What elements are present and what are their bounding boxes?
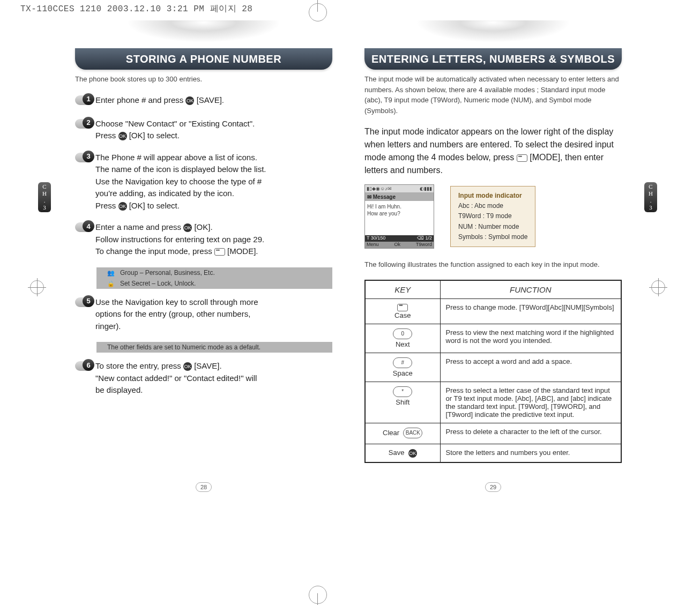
step-number-5: 5 [83, 295, 94, 307]
pound-key-icon: # [393, 357, 412, 368]
crop-mark-top [0, 0, 700, 12]
key-label-save: Save [389, 449, 405, 457]
step-3-l5b: [OK] to select. [129, 201, 180, 210]
side-tab-right: CH.3 [644, 182, 657, 212]
back-key-icon: BACK [403, 428, 422, 438]
key-label-clear: Clear [383, 429, 399, 437]
step-6-l1b: [SAVE]. [194, 361, 221, 370]
phone-footer-b-right: T9word [416, 242, 432, 248]
note-numeric-default: The other fields are set to Numeric mode… [107, 343, 260, 351]
step-4-notes: 👥Group – Personal, Business, Etc. 🔒Set S… [96, 267, 332, 289]
step-number-2: 2 [83, 117, 94, 129]
key-label-case: Case [394, 311, 411, 319]
th-key: KEY [365, 280, 440, 299]
step-5-l1: Use the Navigation key to scroll through… [95, 297, 258, 307]
left-intro: The phone book stores up to 300 entries. [75, 74, 332, 85]
table-row: Clear BACK Press to delete a character t… [365, 423, 621, 444]
step-6-l2: "New contact added!" or "Contact edited!… [95, 374, 257, 383]
ok-icon: OK [185, 96, 194, 105]
section-title-left: STORING A PHONE NUMBER [75, 48, 332, 70]
fn-case: Press to change mode. [T9Word][Abc][NUM]… [440, 298, 621, 324]
indicator-abc: Abc : Abc mode [458, 201, 527, 211]
ok-icon: OK [118, 202, 127, 211]
phone-figure: ▮▯◆◉☺♪✉◐▮▮▮ ✉ Message Hi! I am Huhn. How… [364, 184, 622, 249]
ok-icon: OK [183, 223, 192, 232]
phone-msg-line1: Hi! I am Huhn. [367, 204, 401, 210]
step-number-4: 4 [83, 220, 94, 232]
phone-window-title: ✉ Message [365, 192, 434, 201]
softkey-icon [397, 304, 408, 311]
th-function: FUNCTION [440, 280, 621, 299]
table-row: 0 Next Press to view the next matching w… [365, 324, 621, 353]
indicator-t9: T9Word : T9 mode [458, 211, 527, 221]
step-1-text-a: Enter phone # and press [95, 95, 185, 104]
section-title-right: ENTERING LETTERS, NUMBERS & SYMBOLS [364, 48, 622, 70]
ok-icon: OK [118, 132, 127, 140]
step-4: 4 Enter a name and press OK [OK]. Follow… [75, 221, 332, 258]
right-intro: The input mode will be automatically act… [364, 74, 622, 116]
zero-key-icon: 0 [393, 328, 412, 339]
group-icon: 👥 [107, 269, 115, 277]
softkey-icon [214, 248, 225, 256]
fn-next: Press to view the next matching word if … [440, 324, 621, 353]
key-label-space: Space [393, 369, 413, 377]
step-5-note: The other fields are set to Numeric mode… [96, 342, 332, 353]
fn-save: Store the letters and numbers you enter. [440, 444, 621, 462]
key-label-shift: Shift [396, 398, 409, 406]
fn-space: Press to accept a word and add a space. [440, 353, 621, 382]
table-row: # Space Press to accept a word and add a… [365, 353, 621, 382]
register-mark-left [28, 278, 46, 296]
step-5-l3: ringer). [95, 322, 121, 331]
phone-footer-b-left: Menu [367, 242, 379, 248]
table-row: Case Press to change mode. [T9Word][Abc]… [365, 298, 621, 324]
page-right: CH.3 ENTERING LETTERS, NUMBERS & SYMBOLS… [348, 13, 638, 495]
step-6: 6 To store the entry, press OK [SAVE]. "… [75, 360, 332, 397]
step-4-l1b: [OK]. [194, 222, 212, 231]
step-number-1: 1 [83, 93, 94, 105]
step-2-line2a: Press [95, 131, 118, 140]
note-secret: Set Secret – Lock, Unlock. [120, 280, 196, 287]
page-number-left: 28 [196, 482, 212, 492]
page-left: CH.3 STORING A PHONE NUMBER The phone bo… [59, 13, 348, 495]
note-group: Group – Personal, Business, Etc. [120, 269, 215, 277]
step-3-l1: The Phone # will appear above a list of … [95, 153, 257, 162]
page-number-right: 29 [485, 482, 501, 492]
lock-icon: 🔒 [107, 280, 115, 287]
step-3-l4: you're adding, as indicated by the icon. [95, 189, 234, 198]
phone-status-icons: ▮▯◆◉☺♪✉◐▮▮▮ [365, 185, 434, 192]
step-2-line2b: [OK] to select. [129, 131, 180, 140]
step-5: 5 Use the Navigation key to scroll throu… [75, 296, 332, 333]
right-body-para: The input mode indicator appears on the … [364, 125, 622, 177]
indicator-title: Input mode indicator [458, 191, 527, 201]
step-1-text-b: [SAVE]. [197, 95, 224, 104]
step-3-l3: Use the Navigation key to choose the typ… [95, 177, 262, 186]
phone-screen-mock: ▮▯◆◉☺♪✉◐▮▮▮ ✉ Message Hi! I am Huhn. How… [364, 184, 434, 249]
table-intro: The following illustrates the function a… [364, 259, 622, 270]
step-6-l3: be displayed. [95, 385, 143, 394]
section-title-bar-left: STORING A PHONE NUMBER [75, 18, 332, 66]
star-key-icon: * [393, 386, 412, 397]
phone-msg-line2: How are you? [367, 211, 400, 216]
phone-footer-a-left: T 30/150 [367, 235, 385, 242]
softkey-icon [517, 154, 527, 162]
step-4-l2: Follow instructions for entering text on… [95, 235, 264, 244]
key-label-next: Next [396, 340, 410, 348]
ok-icon: OK [183, 362, 192, 371]
key-function-table: KEY FUNCTION Case Press to change mode. … [364, 280, 622, 463]
step-3-l2: The name of the icon is displayed below … [95, 165, 266, 174]
phone-footer-b-mid: Ok [394, 242, 400, 248]
step-6-l1a: To store the entry, press [95, 361, 183, 370]
crop-mark-bottom [0, 588, 700, 605]
step-4-l1a: Enter a name and press [95, 222, 183, 231]
table-row: Save OK Store the letters and numbers yo… [365, 444, 621, 462]
ok-icon: OK [408, 449, 417, 458]
indicator-box: Input mode indicator Abc : Abc mode T9Wo… [450, 186, 535, 247]
register-mark-right [649, 278, 667, 296]
fn-shift: Press to select a letter case of the sta… [440, 382, 621, 423]
section-title-bar-right: ENTERING LETTERS, NUMBERS & SYMBOLS [364, 18, 622, 66]
table-row: * Shift Press to select a letter case of… [365, 382, 621, 423]
step-2: 2 Choose "New Contact" or "Existing Cont… [75, 118, 332, 142]
step-3: 3 The Phone # will appear above a list o… [75, 152, 332, 212]
step-3-l5a: Press [95, 201, 118, 210]
step-number-3: 3 [83, 151, 94, 162]
